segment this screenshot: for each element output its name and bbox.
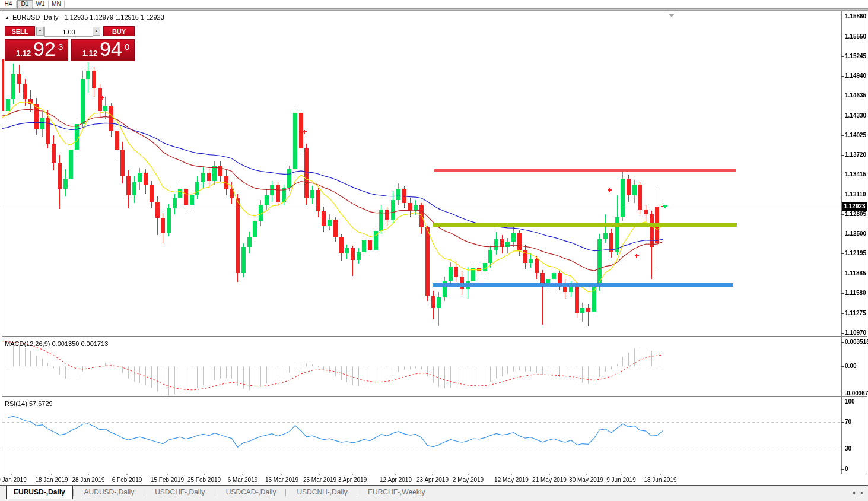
- time-axis-label: 9 Jan 2019: [0, 477, 27, 483]
- chart-tab-usdcnh-daily[interactable]: USDCNH-,Daily: [290, 487, 354, 498]
- rsi-axis-label: 30: [845, 445, 851, 452]
- time-axis-label: 18 Jun 2019: [644, 477, 676, 483]
- price-axis-label: 1.11580: [845, 290, 866, 296]
- price-axis-label: 1.14635: [845, 92, 866, 99]
- time-axis[interactable]: 9 Jan 201918 Jan 201928 Jan 20196 Feb 20…: [2, 474, 841, 485]
- timeframe-toolbar: H4 D1 W1 MN: [0, 0, 868, 8]
- chart-tab-bar: ◄ ► EURUSD-,DailyAUDUSD-,DailyUSDCHF-,Da…: [0, 485, 868, 501]
- macd-indicator-canvas[interactable]: [2, 338, 841, 396]
- current-price-tag: 1.12923: [842, 202, 867, 211]
- price-axis-label: 1.14025: [845, 132, 866, 138]
- chart-tab-audusd-daily[interactable]: AUDUSD-,Daily: [77, 487, 142, 498]
- chart-tab-eurusd-daily[interactable]: EURUSD-,Daily: [6, 486, 73, 499]
- price-axis-label: 1.15860: [845, 13, 866, 20]
- time-axis-label: 18 Jan 2019: [35, 477, 68, 483]
- buy-price-sup: 0: [125, 42, 129, 52]
- time-axis-tick: [511, 474, 512, 475]
- chart-tab-eurchf-weekly[interactable]: EURCHF-,Weekly: [361, 487, 432, 498]
- time-axis-tick: [282, 474, 282, 475]
- volume-input[interactable]: [44, 27, 93, 37]
- chart-symbol-label: EURUSD-,Daily: [12, 14, 59, 21]
- rsi-axis-label: 0: [845, 465, 848, 472]
- time-axis-tick: [167, 474, 168, 475]
- timeframe-button-h4[interactable]: H4: [1, 0, 15, 8]
- time-axis-tick: [52, 474, 52, 475]
- time-axis-label: 9 Jun 2019: [606, 477, 636, 483]
- time-axis-tick: [396, 474, 396, 475]
- buy-price-prefix: 1.12: [82, 49, 97, 58]
- sell-price-prefix: 1.12: [16, 49, 31, 58]
- macd-axis-label: 0.003518: [845, 338, 868, 345]
- time-axis-tick: [549, 474, 550, 475]
- macd-title: MACD(12,26,9) 0.001350 0.001713: [5, 340, 108, 347]
- volume-decrease-button[interactable]: ▼: [36, 27, 44, 36]
- time-axis-label: 2 May 2019: [453, 477, 484, 483]
- price-axis-label: 1.10970: [845, 329, 866, 336]
- one-click-trading-widget: SELL ▼ ▲ BUY 1.12 92 3 1.12 94 0: [5, 26, 135, 61]
- price-axis-label: 1.13720: [845, 151, 866, 158]
- sell-price-sup: 3: [58, 42, 63, 52]
- time-axis-label: 3 Apr 2019: [338, 477, 367, 483]
- splitter-price-macd[interactable]: [2, 336, 867, 337]
- time-axis-label: 21 May 2019: [532, 477, 567, 483]
- chart-tab-usdcad-daily[interactable]: USDCAD-,Daily: [219, 487, 284, 498]
- time-axis-label: 30 May 2019: [569, 477, 603, 483]
- tab-separator: [357, 489, 357, 496]
- sell-price-big: 92: [33, 37, 56, 61]
- tab-separator: [215, 489, 215, 496]
- time-axis-tick: [586, 474, 587, 475]
- timeframe-button-w1[interactable]: W1: [33, 0, 47, 8]
- time-axis-tick: [468, 474, 469, 475]
- time-axis-label: 15 Feb 2019: [151, 477, 184, 483]
- toolbar-separator: [32, 1, 33, 8]
- time-axis-label: 25 Mar 2019: [303, 477, 336, 483]
- price-axis-label: 1.12500: [845, 230, 866, 237]
- toolbar-separator: [16, 1, 17, 8]
- buy-price-big: 94: [100, 37, 122, 61]
- chart-ohlc-values: 1.12935 1.12979 1.12916 1.12923: [65, 14, 164, 21]
- tab-scroll-left-icon[interactable]: ◄: [851, 490, 856, 496]
- chart-shift-marker-icon[interactable]: [669, 14, 675, 17]
- buy-button[interactable]: BUY: [103, 26, 135, 36]
- time-axis-tick: [660, 474, 661, 475]
- price-axis-label: 1.12195: [845, 250, 866, 256]
- time-axis-label: 15 Mar 2019: [265, 477, 298, 483]
- volume-increase-button[interactable]: ▲: [93, 27, 100, 36]
- time-axis-tick: [88, 474, 89, 475]
- time-axis-label: 12 May 2019: [494, 477, 529, 483]
- sell-price-panel[interactable]: 1.12 92 3: [5, 39, 68, 61]
- timeframe-button-mn[interactable]: MN: [49, 0, 63, 8]
- time-axis-label: 28 Jan 2019: [72, 477, 104, 483]
- price-axis-label: 1.14940: [845, 72, 866, 79]
- tab-separator: [73, 489, 74, 496]
- time-axis-tick: [12, 474, 12, 475]
- frame-right: [867, 11, 867, 485]
- rsi-axis-label: 70: [845, 418, 851, 425]
- price-axis-label: 1.15245: [845, 53, 866, 59]
- time-axis-tick: [320, 474, 320, 475]
- tab-separator: [144, 489, 144, 496]
- macd-axis-label: -0.00367: [845, 390, 868, 397]
- price-axis-label: 1.12805: [845, 211, 866, 217]
- time-axis-label: 6 Mar 2019: [228, 477, 258, 483]
- price-axis-label: 1.15550: [845, 33, 866, 40]
- price-axis-border: [841, 11, 842, 474]
- price-axis-label: 1.11885: [845, 270, 866, 277]
- toolbar-separator: [64, 1, 65, 8]
- sell-button[interactable]: SELL: [5, 26, 35, 36]
- time-axis-label: 23 Apr 2019: [416, 477, 449, 483]
- time-axis-tick: [352, 474, 353, 475]
- splitter-macd-rsi[interactable]: [2, 396, 867, 397]
- rsi-axis-label: 100: [845, 398, 855, 405]
- time-axis-tick: [621, 474, 622, 475]
- buy-price-panel[interactable]: 1.12 94 0: [71, 39, 135, 61]
- collapse-trade-panel-icon[interactable]: ▲: [5, 15, 9, 20]
- time-axis-tick: [243, 474, 243, 475]
- tab-scroll-right-icon[interactable]: ►: [860, 490, 865, 496]
- chart-tab-usdchf-daily[interactable]: USDCHF-,Daily: [148, 487, 212, 498]
- time-axis-tick: [433, 474, 433, 475]
- toolbar-separator: [48, 1, 49, 8]
- rsi-indicator-canvas[interactable]: [2, 398, 841, 474]
- price-axis-label: 1.11275: [845, 310, 866, 316]
- time-axis-tick: [127, 474, 128, 475]
